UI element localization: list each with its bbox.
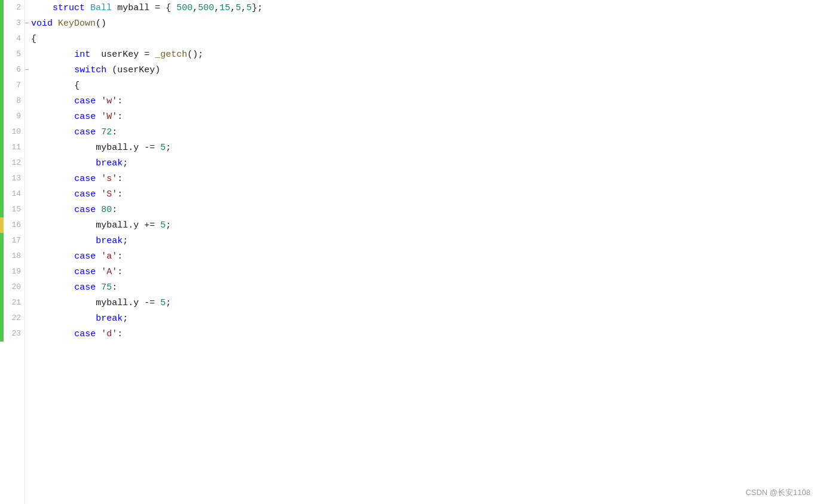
line-number: 21: [4, 295, 25, 311]
code-line: case 'a':: [31, 248, 820, 264]
code-token: myball: [96, 143, 128, 153]
line-gutter: 234567891011121314151617181920212223: [0, 0, 25, 504]
code-token: [58, 205, 63, 215]
code-token: [74, 298, 79, 308]
code-token: [31, 96, 36, 106]
code-token: [90, 158, 96, 168]
code-token: [42, 143, 47, 153]
code-token: ): [155, 65, 160, 75]
code-token: :: [112, 205, 117, 215]
code-token: [79, 236, 85, 246]
code-token: ;: [198, 50, 203, 60]
code-token: =: [149, 298, 155, 308]
code-token: [36, 3, 42, 13]
code-token: [53, 267, 58, 277]
code-token: [63, 174, 69, 184]
code-token: ;: [123, 158, 128, 168]
code-token: [69, 65, 74, 75]
code-token: [90, 314, 96, 324]
code-token: case: [74, 251, 96, 262]
code-token: [36, 50, 42, 60]
code-token: [53, 314, 58, 324]
code-token: [139, 50, 144, 60]
code-token: [31, 3, 36, 13]
code-token: [58, 174, 63, 184]
code-token: [36, 127, 42, 137]
code-token: [63, 143, 69, 153]
code-token: case: [74, 189, 96, 199]
code-line: myball.y += 5;: [31, 217, 820, 233]
code-token: ;: [166, 143, 171, 153]
code-token: [53, 236, 58, 246]
line-number: 8: [4, 93, 25, 109]
code-token: [31, 267, 36, 277]
code-token: [85, 236, 90, 246]
code-token: [42, 81, 47, 91]
code-token: [53, 96, 58, 106]
code-token: [47, 50, 53, 60]
code-token: {: [31, 34, 36, 44]
line-number: 20: [4, 279, 25, 295]
code-token: ,: [214, 3, 219, 13]
code-line: case 'A':: [31, 264, 820, 279]
gutter-row: 16: [0, 217, 25, 233]
code-token: [90, 298, 96, 308]
code-token: :: [117, 96, 123, 106]
gutter-row: 15: [0, 202, 25, 217]
line-number: 6: [4, 62, 25, 78]
code-token: [31, 298, 36, 308]
code-token: [47, 314, 53, 324]
gutter-row: 11: [0, 140, 25, 155]
code-token: ,: [241, 3, 246, 13]
line-number: 17: [4, 233, 25, 248]
collapse-icon[interactable]: −: [25, 66, 31, 74]
code-token: [90, 236, 96, 246]
gutter-row: 2: [0, 0, 25, 16]
code-token: [96, 50, 101, 60]
code-token: [58, 189, 63, 199]
code-token: [69, 236, 74, 246]
code-token: [63, 220, 69, 231]
line-number: 4: [4, 31, 25, 47]
code-token: [53, 19, 58, 29]
code-token: [90, 50, 96, 60]
code-token: [53, 81, 58, 91]
code-token: .: [128, 143, 133, 153]
code-token: [63, 189, 69, 199]
gutter-row: 12: [0, 155, 25, 171]
code-token: case: [74, 127, 96, 137]
collapse-icon[interactable]: −: [25, 19, 31, 27]
code-token: [112, 3, 117, 13]
gutter-row: 20: [0, 279, 25, 295]
code-token: ;: [166, 220, 171, 231]
code-token: [58, 96, 63, 106]
code-token: 's': [101, 174, 117, 184]
code-token: [42, 220, 47, 231]
code-token: [53, 50, 58, 60]
code-token: [96, 189, 101, 199]
code-token: [47, 65, 53, 75]
code-token: [96, 112, 101, 122]
editor-container: 234567891011121314151617181920212223 str…: [0, 0, 820, 504]
code-token: :: [117, 174, 123, 184]
code-token: [31, 314, 36, 324]
line-number: 13: [4, 171, 25, 186]
code-token: :: [112, 282, 117, 293]
code-token: [58, 50, 63, 60]
code-token: 5: [246, 3, 252, 13]
code-token: [160, 3, 166, 13]
code-token: [36, 329, 42, 339]
code-token: [42, 298, 47, 308]
code-token: [53, 174, 58, 184]
code-token: [31, 236, 36, 246]
code-token: [47, 189, 53, 199]
code-token: case: [74, 205, 96, 215]
code-token: [85, 298, 90, 308]
code-token: 500: [176, 3, 192, 13]
code-line: break;: [31, 311, 820, 326]
code-token: [47, 112, 53, 122]
code-token: [53, 220, 58, 231]
code-token: [63, 282, 69, 293]
code-token: [31, 251, 36, 262]
code-line: case 75:: [31, 279, 820, 295]
